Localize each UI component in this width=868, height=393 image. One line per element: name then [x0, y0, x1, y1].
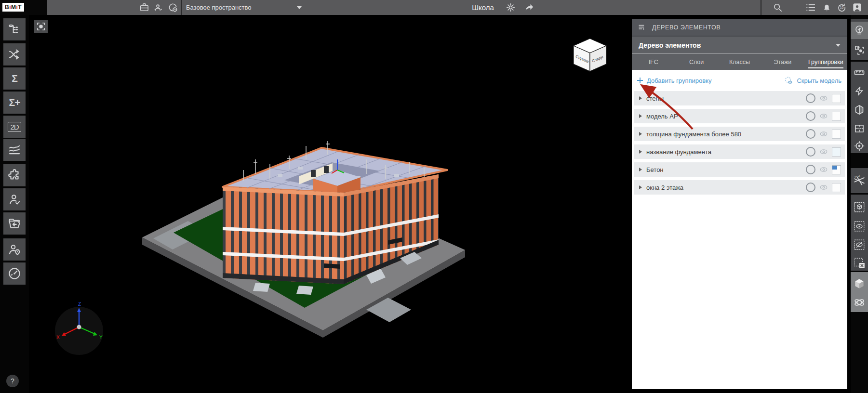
- visibility-eye-icon[interactable]: [819, 147, 828, 157]
- clear-selection-button[interactable]: [851, 254, 868, 272]
- color-checkbox[interactable]: [832, 130, 841, 139]
- group-row-walls[interactable]: стены: [634, 91, 845, 105]
- group-row-foundation-name[interactable]: название фундамента: [634, 144, 845, 159]
- tree-selector-dropdown[interactable]: Дерево элементов: [632, 36, 847, 54]
- sidebar-item-export-folder[interactable]: [3, 212, 26, 235]
- orbit-button[interactable]: [851, 294, 868, 311]
- panel-title: ДЕРЕВО ЭЛЕМЕНТОВ: [652, 24, 721, 31]
- redo-10-icon[interactable]: 10: [836, 2, 847, 13]
- expand-caret-icon[interactable]: [639, 96, 642, 100]
- measure-ruler-button[interactable]: [851, 64, 868, 81]
- search-icon[interactable]: [772, 2, 783, 13]
- briefcase-icon[interactable]: [139, 2, 150, 13]
- sidebar-item-connections[interactable]: [3, 43, 26, 66]
- sidebar-item-element-tree[interactable]: [3, 18, 26, 40]
- sidebar-item-sum-add[interactable]: Σ+: [3, 92, 26, 114]
- group-row-model-ar[interactable]: модель АР: [634, 109, 845, 123]
- logo-zone: BiMiT: [0, 0, 47, 15]
- add-grouping-button[interactable]: Добавить группировку: [637, 77, 711, 84]
- shaded-cube-button[interactable]: [851, 275, 868, 292]
- expand-caret-icon[interactable]: [639, 168, 642, 171]
- floorplan-button[interactable]: [851, 120, 868, 137]
- tab-classes[interactable]: Классы: [718, 54, 761, 70]
- chevron-down-icon: [836, 44, 841, 47]
- team-icon[interactable]: [153, 2, 164, 13]
- expand-caret-icon[interactable]: [639, 132, 642, 136]
- svg-text:Z: Z: [78, 301, 81, 307]
- right-toolbar: 12: [851, 15, 868, 393]
- svg-text:X: X: [56, 335, 60, 340]
- expand-caret-icon[interactable]: [639, 150, 642, 154]
- isolate-radio[interactable]: [806, 129, 815, 139]
- color-checkbox[interactable]: [832, 147, 841, 157]
- group-row-windows-2nd-floor[interactable]: окна 2 этажа: [634, 180, 845, 195]
- svg-text:1: 1: [855, 176, 856, 179]
- chevron-down-icon[interactable]: [297, 6, 302, 9]
- isolate-radio[interactable]: [806, 165, 815, 174]
- topbar-divider: [181, 0, 182, 15]
- list-icon[interactable]: [805, 2, 816, 13]
- grouping-list: стены модель АР толщина фундамента более…: [632, 91, 847, 195]
- tab-groupings[interactable]: Группировки: [804, 54, 847, 70]
- visibility-eye-icon[interactable]: [819, 129, 828, 139]
- show-box-button[interactable]: [851, 198, 868, 216]
- show-eye-button[interactable]: [851, 218, 868, 235]
- viewport-3d[interactable]: Справа Сзади Z X Y: [29, 15, 632, 393]
- visibility-eye-icon[interactable]: [819, 165, 828, 174]
- hide-eye-button[interactable]: [851, 236, 868, 253]
- axes-lines-button[interactable]: 12: [851, 172, 868, 189]
- color-checkbox[interactable]: [832, 94, 841, 103]
- gear-icon[interactable]: [505, 2, 516, 13]
- tab-floors[interactable]: Этажи: [761, 54, 804, 70]
- panel-titlebar: ДЕРЕВО ЭЛЕМЕНТОВ: [632, 19, 847, 36]
- section-cube-button[interactable]: [851, 101, 868, 118]
- group-row-foundation-thickness[interactable]: толщина фундамента более 580: [634, 127, 845, 141]
- isolate-radio[interactable]: [806, 183, 815, 192]
- svg-text:2: 2: [858, 174, 860, 177]
- navigation-cube[interactable]: Справа Сзади: [574, 39, 606, 71]
- sidebar-item-2d-view[interactable]: 2D: [3, 116, 26, 138]
- workspace-selector[interactable]: Базовое пространство: [186, 0, 252, 15]
- sidebar-item-dashboard[interactable]: [3, 262, 26, 285]
- expand-caret-icon[interactable]: [639, 185, 642, 189]
- hide-model-button[interactable]: Скрыть модель: [784, 76, 841, 85]
- panel-tabs: IFC Слои Классы Этажи Группировки: [632, 54, 847, 70]
- panel-actions: Добавить группировку Скрыть модель: [632, 70, 847, 91]
- isolate-radio[interactable]: [806, 147, 815, 157]
- clash-lightning-button[interactable]: [851, 82, 868, 100]
- isolate-radio[interactable]: [806, 111, 815, 121]
- group-row-concrete[interactable]: Бетон: [634, 162, 845, 177]
- color-checkbox[interactable]: [832, 183, 841, 192]
- svg-text:Y: Y: [99, 335, 103, 340]
- sidebar-item-user-location[interactable]: [3, 238, 26, 261]
- left-sidebar: Σ Σ+ 2D: [0, 15, 29, 393]
- help-button[interactable]: ?: [6, 375, 19, 387]
- model-tree-button[interactable]: [851, 22, 868, 39]
- share-icon[interactable]: [524, 2, 535, 13]
- bell-icon[interactable]: [821, 2, 832, 13]
- color-swatch[interactable]: [832, 165, 841, 174]
- panel-menu-icon[interactable]: [638, 23, 646, 32]
- sidebar-item-user-check[interactable]: [3, 188, 26, 210]
- expand-caret-icon[interactable]: [639, 114, 642, 118]
- tab-layers[interactable]: Слои: [675, 54, 718, 70]
- avatar-icon[interactable]: [852, 2, 863, 13]
- sidebar-item-plugins[interactable]: [3, 164, 26, 186]
- visibility-eye-icon[interactable]: [819, 93, 828, 103]
- selection-frame-button[interactable]: [851, 41, 868, 59]
- element-tree-panel: ДЕРЕВО ЭЛЕМЕНТОВ Дерево элементов IFC Сл…: [632, 19, 847, 389]
- sidebar-item-charts[interactable]: [3, 139, 26, 161]
- axis-gizmo[interactable]: Z X Y: [55, 301, 103, 355]
- focus-target-button[interactable]: [851, 137, 868, 155]
- visibility-eye-icon[interactable]: [819, 111, 828, 121]
- visibility-eye-icon[interactable]: [819, 183, 828, 192]
- app-logo[interactable]: BiMiT: [2, 3, 24, 12]
- tab-ifc[interactable]: IFC: [632, 54, 675, 70]
- isolate-radio[interactable]: [806, 93, 815, 103]
- model-3d-scene[interactable]: Справа Сзади Z X Y: [29, 15, 632, 393]
- history-clock-icon[interactable]: [167, 2, 178, 13]
- hide-model-icon: [784, 76, 793, 85]
- top-bar: BiMiT Базовое пространство Школа 10: [0, 0, 868, 15]
- sidebar-item-sum[interactable]: Σ: [3, 67, 26, 90]
- color-checkbox[interactable]: [832, 112, 841, 121]
